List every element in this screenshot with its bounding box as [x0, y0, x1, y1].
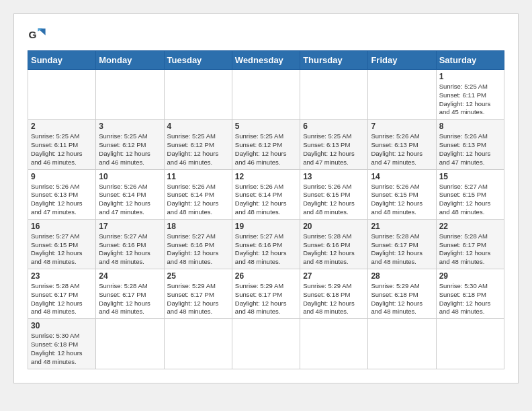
day-cell: 2Sunrise: 5:25 AM Sunset: 6:11 PM Daylig…: [28, 120, 96, 169]
day-info: Sunrise: 5:26 AM Sunset: 6:15 PM Dayligh…: [371, 183, 433, 217]
logo: G: [28, 25, 49, 44]
day-cell: [96, 70, 164, 120]
week-row-4: 16Sunrise: 5:27 AM Sunset: 6:15 PM Dayli…: [28, 219, 504, 269]
day-number: 23: [31, 271, 93, 281]
weekday-thursday: Thursday: [300, 51, 368, 70]
day-cell: 3Sunrise: 5:25 AM Sunset: 6:12 PM Daylig…: [96, 120, 164, 169]
calendar-table: SundayMondayTuesdayWednesdayThursdayFrid…: [28, 50, 504, 369]
day-number: 28: [371, 271, 433, 281]
day-cell: 19Sunrise: 5:27 AM Sunset: 6:16 PM Dayli…: [232, 219, 300, 269]
day-info: Sunrise: 5:30 AM Sunset: 6:18 PM Dayligh…: [439, 282, 501, 316]
logo-icon: G: [28, 25, 46, 44]
day-cell: [164, 70, 232, 120]
day-info: Sunrise: 5:25 AM Sunset: 6:11 PM Dayligh…: [439, 83, 501, 117]
day-number: 25: [167, 271, 229, 281]
day-cell: [300, 70, 368, 120]
weekday-wednesday: Wednesday: [232, 51, 300, 70]
day-number: 30: [31, 321, 93, 330]
day-cell: 17Sunrise: 5:27 AM Sunset: 6:16 PM Dayli…: [96, 219, 164, 269]
day-cell: [232, 70, 300, 120]
day-cell: 5Sunrise: 5:25 AM Sunset: 6:12 PM Daylig…: [232, 120, 300, 169]
day-info: Sunrise: 5:28 AM Sunset: 6:17 PM Dayligh…: [371, 232, 433, 267]
day-info: Sunrise: 5:29 AM Sunset: 6:18 PM Dayligh…: [303, 282, 365, 316]
day-number: 9: [31, 172, 93, 181]
weekday-friday: Friday: [368, 51, 436, 70]
calendar-container: G SundayMondayTuesdayWednesdayThursdayFr…: [13, 13, 519, 383]
day-number: 20: [303, 222, 365, 231]
day-cell: [164, 319, 232, 369]
day-info: Sunrise: 5:29 AM Sunset: 6:17 PM Dayligh…: [235, 282, 297, 316]
day-cell: 13Sunrise: 5:26 AM Sunset: 6:15 PM Dayli…: [300, 169, 368, 219]
day-cell: 21Sunrise: 5:28 AM Sunset: 6:17 PM Dayli…: [368, 219, 436, 269]
day-cell: [436, 319, 504, 369]
day-number: 8: [439, 122, 501, 131]
day-cell: 15Sunrise: 5:27 AM Sunset: 6:15 PM Dayli…: [436, 169, 504, 219]
day-cell: 9Sunrise: 5:26 AM Sunset: 6:13 PM Daylig…: [28, 169, 96, 219]
day-info: Sunrise: 5:26 AM Sunset: 6:15 PM Dayligh…: [303, 183, 365, 217]
day-number: 26: [235, 271, 297, 281]
day-info: Sunrise: 5:28 AM Sunset: 6:16 PM Dayligh…: [303, 232, 365, 267]
day-info: Sunrise: 5:25 AM Sunset: 6:12 PM Dayligh…: [235, 132, 297, 167]
day-cell: 11Sunrise: 5:26 AM Sunset: 6:14 PM Dayli…: [164, 169, 232, 219]
week-row-3: 9Sunrise: 5:26 AM Sunset: 6:13 PM Daylig…: [28, 169, 504, 219]
day-info: Sunrise: 5:29 AM Sunset: 6:17 PM Dayligh…: [167, 282, 229, 316]
day-info: Sunrise: 5:26 AM Sunset: 6:14 PM Dayligh…: [235, 183, 297, 217]
day-number: 1: [439, 72, 501, 81]
day-number: 21: [371, 222, 433, 231]
week-row-5: 23Sunrise: 5:28 AM Sunset: 6:17 PM Dayli…: [28, 269, 504, 319]
day-cell: 16Sunrise: 5:27 AM Sunset: 6:15 PM Dayli…: [28, 219, 96, 269]
day-cell: 10Sunrise: 5:26 AM Sunset: 6:14 PM Dayli…: [96, 169, 164, 219]
day-cell: [96, 319, 164, 369]
day-number: 7: [371, 122, 433, 131]
weekday-saturday: Saturday: [436, 51, 504, 70]
day-cell: 26Sunrise: 5:29 AM Sunset: 6:17 PM Dayli…: [232, 269, 300, 319]
header: G: [28, 25, 504, 44]
svg-text:G: G: [28, 29, 36, 40]
day-cell: 12Sunrise: 5:26 AM Sunset: 6:14 PM Dayli…: [232, 169, 300, 219]
day-info: Sunrise: 5:27 AM Sunset: 6:15 PM Dayligh…: [439, 183, 501, 217]
day-info: Sunrise: 5:26 AM Sunset: 6:13 PM Dayligh…: [371, 132, 433, 167]
week-row-1: 1Sunrise: 5:25 AM Sunset: 6:11 PM Daylig…: [28, 70, 504, 120]
day-info: Sunrise: 5:28 AM Sunset: 6:17 PM Dayligh…: [99, 282, 161, 316]
day-number: 27: [303, 271, 365, 281]
day-number: 19: [235, 222, 297, 231]
day-info: Sunrise: 5:26 AM Sunset: 6:14 PM Dayligh…: [99, 183, 161, 217]
day-number: 15: [439, 172, 501, 181]
day-info: Sunrise: 5:27 AM Sunset: 6:16 PM Dayligh…: [235, 232, 297, 267]
day-cell: 7Sunrise: 5:26 AM Sunset: 6:13 PM Daylig…: [368, 120, 436, 169]
day-number: 24: [99, 271, 161, 281]
day-info: Sunrise: 5:29 AM Sunset: 6:18 PM Dayligh…: [371, 282, 433, 316]
day-info: Sunrise: 5:27 AM Sunset: 6:16 PM Dayligh…: [167, 232, 229, 267]
day-number: 3: [99, 122, 161, 131]
day-cell: [232, 319, 300, 369]
day-info: Sunrise: 5:26 AM Sunset: 6:13 PM Dayligh…: [31, 183, 93, 217]
day-info: Sunrise: 5:25 AM Sunset: 6:12 PM Dayligh…: [167, 132, 229, 167]
day-info: Sunrise: 5:25 AM Sunset: 6:13 PM Dayligh…: [303, 132, 365, 167]
week-row-2: 2Sunrise: 5:25 AM Sunset: 6:11 PM Daylig…: [28, 120, 504, 169]
day-cell: 20Sunrise: 5:28 AM Sunset: 6:16 PM Dayli…: [300, 219, 368, 269]
weekday-tuesday: Tuesday: [164, 51, 232, 70]
day-number: 18: [167, 222, 229, 231]
day-cell: [28, 70, 96, 120]
day-cell: 1Sunrise: 5:25 AM Sunset: 6:11 PM Daylig…: [436, 70, 504, 120]
day-cell: 30Sunrise: 5:30 AM Sunset: 6:18 PM Dayli…: [28, 319, 96, 369]
day-number: 22: [439, 222, 501, 231]
day-cell: 28Sunrise: 5:29 AM Sunset: 6:18 PM Dayli…: [368, 269, 436, 319]
day-cell: 22Sunrise: 5:28 AM Sunset: 6:17 PM Dayli…: [436, 219, 504, 269]
day-info: Sunrise: 5:27 AM Sunset: 6:15 PM Dayligh…: [31, 232, 93, 267]
day-cell: 23Sunrise: 5:28 AM Sunset: 6:17 PM Dayli…: [28, 269, 96, 319]
day-number: 13: [303, 172, 365, 181]
day-info: Sunrise: 5:26 AM Sunset: 6:14 PM Dayligh…: [167, 183, 229, 217]
day-info: Sunrise: 5:28 AM Sunset: 6:17 PM Dayligh…: [439, 232, 501, 267]
day-info: Sunrise: 5:28 AM Sunset: 6:17 PM Dayligh…: [31, 282, 93, 316]
day-cell: 18Sunrise: 5:27 AM Sunset: 6:16 PM Dayli…: [164, 219, 232, 269]
day-cell: 14Sunrise: 5:26 AM Sunset: 6:15 PM Dayli…: [368, 169, 436, 219]
day-number: 4: [167, 122, 229, 131]
day-cell: [368, 319, 436, 369]
day-number: 6: [303, 122, 365, 131]
day-number: 14: [371, 172, 433, 181]
day-cell: [368, 70, 436, 120]
day-number: 5: [235, 122, 297, 131]
day-cell: 8Sunrise: 5:26 AM Sunset: 6:13 PM Daylig…: [436, 120, 504, 169]
weekday-monday: Monday: [96, 51, 164, 70]
